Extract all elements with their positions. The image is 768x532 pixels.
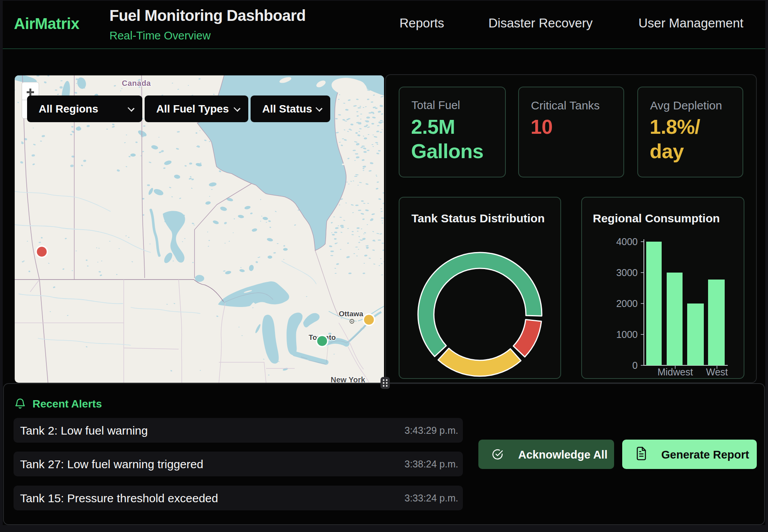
svg-text:0: 0 xyxy=(632,360,638,371)
svg-text:West: West xyxy=(706,367,728,377)
svg-text:Ottawa: Ottawa xyxy=(339,310,364,318)
svg-text:New York: New York xyxy=(331,375,365,383)
svg-text:Midwest: Midwest xyxy=(657,367,693,377)
svg-text:1000: 1000 xyxy=(616,329,638,340)
svg-text:4000: 4000 xyxy=(616,236,638,247)
svg-text:Canada: Canada xyxy=(122,79,151,87)
svg-text:2000: 2000 xyxy=(616,298,638,309)
svg-text:3000: 3000 xyxy=(616,267,638,278)
